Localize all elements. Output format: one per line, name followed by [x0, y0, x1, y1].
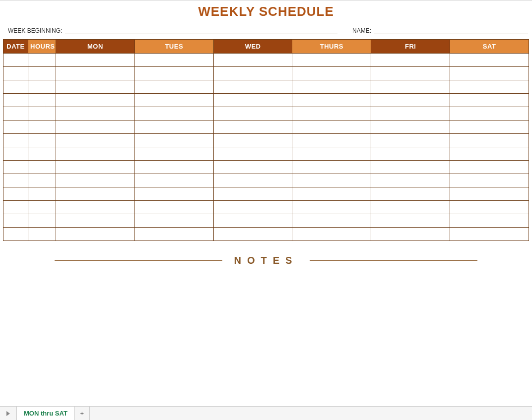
table-cell[interactable] — [3, 107, 28, 120]
table-cell[interactable] — [134, 120, 213, 134]
table-cell[interactable] — [28, 134, 56, 147]
table-cell[interactable] — [134, 174, 213, 187]
table-cell[interactable] — [213, 201, 292, 214]
table-cell[interactable] — [450, 201, 529, 214]
table-cell[interactable] — [213, 134, 292, 147]
table-cell[interactable] — [450, 67, 529, 80]
table-cell[interactable] — [28, 54, 56, 67]
table-cell[interactable] — [3, 174, 28, 187]
table-cell[interactable] — [371, 80, 450, 94]
table-cell[interactable] — [56, 67, 135, 80]
table-cell[interactable] — [3, 67, 28, 80]
table-cell[interactable] — [56, 161, 135, 174]
table-cell[interactable] — [292, 54, 371, 67]
add-sheet-button[interactable]: + — [75, 407, 90, 420]
table-cell[interactable] — [134, 201, 213, 214]
table-cell[interactable] — [28, 147, 56, 161]
table-cell[interactable] — [371, 201, 450, 214]
table-cell[interactable] — [292, 214, 371, 228]
table-cell[interactable] — [292, 187, 371, 201]
table-cell[interactable] — [134, 161, 213, 174]
table-cell[interactable] — [292, 120, 371, 134]
table-cell[interactable] — [134, 107, 213, 120]
table-cell[interactable] — [371, 107, 450, 120]
table-cell[interactable] — [28, 107, 56, 120]
table-cell[interactable] — [28, 161, 56, 174]
table-cell[interactable] — [28, 201, 56, 214]
table-cell[interactable] — [28, 174, 56, 187]
table-cell[interactable] — [213, 94, 292, 107]
table-cell[interactable] — [3, 80, 28, 94]
table-cell[interactable] — [213, 161, 292, 174]
table-cell[interactable] — [56, 187, 135, 201]
table-cell[interactable] — [450, 187, 529, 201]
table-cell[interactable] — [56, 54, 135, 67]
sheet-tab-active[interactable]: MON thru SAT — [17, 407, 75, 420]
table-cell[interactable] — [292, 174, 371, 187]
table-cell[interactable] — [213, 214, 292, 228]
table-cell[interactable] — [56, 228, 135, 241]
table-cell[interactable] — [56, 174, 135, 187]
table-cell[interactable] — [450, 94, 529, 107]
table-cell[interactable] — [292, 228, 371, 241]
table-cell[interactable] — [3, 147, 28, 161]
table-cell[interactable] — [371, 174, 450, 187]
table-cell[interactable] — [56, 80, 135, 94]
table-cell[interactable] — [134, 228, 213, 241]
table-cell[interactable] — [371, 161, 450, 174]
table-cell[interactable] — [371, 214, 450, 228]
table-cell[interactable] — [3, 54, 28, 67]
tab-nav-button[interactable] — [0, 407, 17, 420]
table-cell[interactable] — [28, 67, 56, 80]
table-cell[interactable] — [134, 214, 213, 228]
table-cell[interactable] — [28, 228, 56, 241]
table-cell[interactable] — [213, 120, 292, 134]
week-beginning-input[interactable] — [65, 26, 337, 34]
table-cell[interactable] — [56, 201, 135, 214]
table-cell[interactable] — [56, 134, 135, 147]
table-cell[interactable] — [450, 161, 529, 174]
table-cell[interactable] — [56, 214, 135, 228]
table-cell[interactable] — [56, 147, 135, 161]
table-cell[interactable] — [3, 228, 28, 241]
table-cell[interactable] — [292, 94, 371, 107]
table-cell[interactable] — [3, 201, 28, 214]
table-cell[interactable] — [134, 94, 213, 107]
table-cell[interactable] — [213, 67, 292, 80]
table-cell[interactable] — [450, 80, 529, 94]
table-cell[interactable] — [3, 187, 28, 201]
table-cell[interactable] — [3, 134, 28, 147]
table-cell[interactable] — [450, 107, 529, 120]
table-cell[interactable] — [371, 94, 450, 107]
table-cell[interactable] — [450, 147, 529, 161]
table-cell[interactable] — [134, 187, 213, 201]
table-cell[interactable] — [28, 187, 56, 201]
table-cell[interactable] — [213, 174, 292, 187]
table-cell[interactable] — [371, 147, 450, 161]
table-cell[interactable] — [56, 107, 135, 120]
table-cell[interactable] — [292, 67, 371, 80]
table-cell[interactable] — [292, 107, 371, 120]
table-cell[interactable] — [134, 80, 213, 94]
table-cell[interactable] — [213, 54, 292, 67]
table-cell[interactable] — [292, 80, 371, 94]
table-cell[interactable] — [28, 214, 56, 228]
table-cell[interactable] — [3, 94, 28, 107]
table-cell[interactable] — [134, 67, 213, 80]
table-cell[interactable] — [292, 161, 371, 174]
table-cell[interactable] — [134, 54, 213, 67]
table-cell[interactable] — [371, 187, 450, 201]
table-cell[interactable] — [56, 120, 135, 134]
table-cell[interactable] — [371, 120, 450, 134]
table-cell[interactable] — [292, 134, 371, 147]
table-cell[interactable] — [213, 228, 292, 241]
table-cell[interactable] — [3, 161, 28, 174]
table-cell[interactable] — [371, 54, 450, 67]
table-cell[interactable] — [3, 214, 28, 228]
table-cell[interactable] — [371, 134, 450, 147]
table-cell[interactable] — [450, 174, 529, 187]
table-cell[interactable] — [371, 67, 450, 80]
table-cell[interactable] — [3, 120, 28, 134]
table-cell[interactable] — [28, 80, 56, 94]
table-cell[interactable] — [56, 94, 135, 107]
